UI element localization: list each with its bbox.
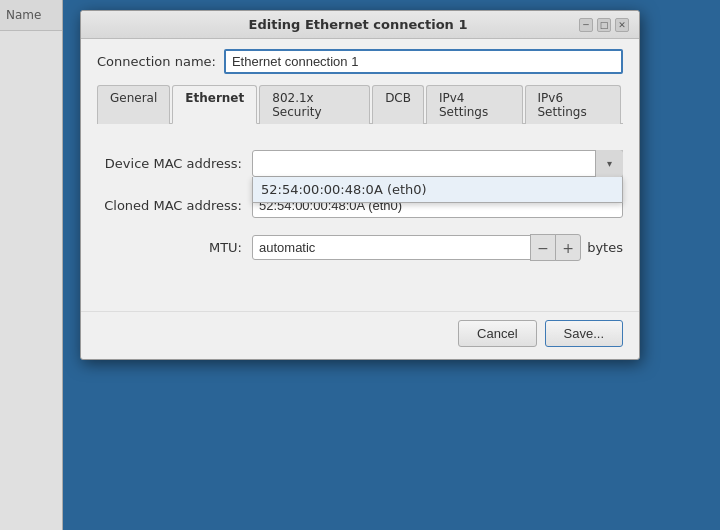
tabs-container: General Ethernet 802.1x Security DCB IPv… xyxy=(97,84,623,124)
tab-ipv6[interactable]: IPv6 Settings xyxy=(525,85,622,124)
device-mac-dropdown: ▾ 52:54:00:00:48:0A (eth0) xyxy=(252,150,623,177)
mtu-label: MTU: xyxy=(97,240,252,255)
device-mac-dropdown-list: 52:54:00:00:48:0A (eth0) xyxy=(252,177,623,203)
dropdown-item[interactable]: 52:54:00:00:48:0A (eth0) xyxy=(253,177,622,202)
tab-ethernet[interactable]: Ethernet xyxy=(172,85,257,124)
mtu-plus-button[interactable]: + xyxy=(555,234,581,261)
titlebar-controls: ─ □ ✕ xyxy=(579,18,629,32)
mtu-control: − + bytes xyxy=(252,234,623,261)
dialog-footer: Cancel Save... xyxy=(81,311,639,359)
minimize-button[interactable]: ─ xyxy=(579,18,593,32)
tab-ipv4[interactable]: IPv4 Settings xyxy=(426,85,523,124)
titlebar: Editing Ethernet connection 1 ─ □ ✕ xyxy=(81,11,639,39)
mtu-input-row: − + bytes xyxy=(252,234,623,261)
mtu-row: MTU: − + bytes xyxy=(97,234,623,261)
tab-security[interactable]: 802.1x Security xyxy=(259,85,370,124)
cloned-mac-label: Cloned MAC address: xyxy=(97,198,252,213)
tab-dcb[interactable]: DCB xyxy=(372,85,424,124)
device-mac-control: ▾ 52:54:00:00:48:0A (eth0) xyxy=(252,150,623,177)
connection-name-row: Connection name: xyxy=(97,49,623,74)
connection-name-label: Connection name: xyxy=(97,54,216,69)
device-mac-label: Device MAC address: xyxy=(97,156,252,171)
dialog-body: Connection name: General Ethernet 802.1x… xyxy=(81,39,639,303)
device-mac-value[interactable] xyxy=(252,150,623,177)
mtu-input[interactable] xyxy=(252,235,531,260)
mtu-unit-label: bytes xyxy=(587,240,623,255)
mtu-minus-button[interactable]: − xyxy=(530,234,556,261)
select-wrapper: ▾ xyxy=(252,150,623,177)
save-button[interactable]: Save... xyxy=(545,320,623,347)
connection-name-input[interactable] xyxy=(224,49,623,74)
dialog-title: Editing Ethernet connection 1 xyxy=(137,17,579,32)
cancel-button[interactable]: Cancel xyxy=(458,320,536,347)
device-mac-row: Device MAC address: ▾ 52:54:00:00:48:0A … xyxy=(97,150,623,177)
maximize-button[interactable]: □ xyxy=(597,18,611,32)
tab-general[interactable]: General xyxy=(97,85,170,124)
device-mac-dropdown-btn[interactable]: ▾ xyxy=(595,150,623,177)
dialog: Editing Ethernet connection 1 ─ □ ✕ Conn… xyxy=(80,10,640,360)
close-button[interactable]: ✕ xyxy=(615,18,629,32)
form-section: Device MAC address: ▾ 52:54:00:00:48:0A … xyxy=(97,140,623,287)
